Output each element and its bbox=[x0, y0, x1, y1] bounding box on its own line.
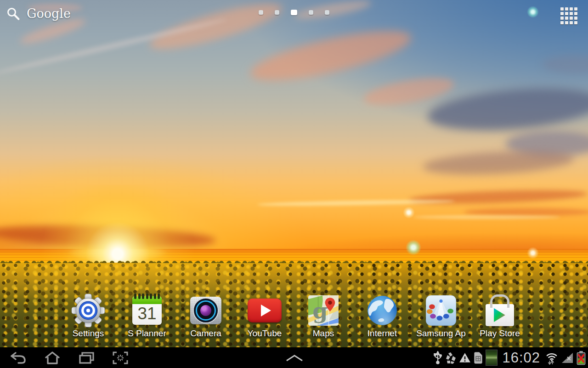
page-indicator[interactable] bbox=[0, 10, 588, 15]
usb-icon bbox=[433, 351, 442, 365]
gear-icon bbox=[71, 293, 105, 328]
play-store-bag-icon bbox=[486, 304, 514, 326]
dock-app-camera[interactable]: Camera bbox=[176, 293, 235, 339]
samsung-apps-icon bbox=[425, 295, 457, 326]
dock-app-settings[interactable]: Settings bbox=[59, 293, 118, 339]
dock-app-youtube[interactable]: YouTube bbox=[235, 293, 294, 339]
home-button[interactable] bbox=[41, 347, 63, 368]
app-label: Maps bbox=[294, 328, 353, 339]
screenshot-icon bbox=[112, 351, 129, 365]
app-label: Camera bbox=[176, 328, 235, 339]
battery-error-icon bbox=[576, 351, 586, 365]
sim-card-icon bbox=[473, 351, 483, 364]
youtube-play-icon bbox=[248, 299, 282, 322]
screenshot-thumbnail[interactable] bbox=[486, 350, 498, 366]
system-navigation-bar: 16:02 bbox=[0, 347, 588, 368]
app-label: Samsung Ap bbox=[412, 328, 470, 339]
camera-icon bbox=[190, 297, 221, 324]
globe-icon bbox=[366, 294, 398, 327]
page-dot-active[interactable] bbox=[291, 10, 297, 15]
mini-apps-tray-button[interactable] bbox=[283, 347, 306, 368]
calendar-icon: 31 bbox=[132, 296, 162, 325]
app-label: YouTube bbox=[235, 328, 294, 339]
no-signal-icon bbox=[561, 352, 574, 364]
cloud bbox=[413, 215, 560, 219]
page-dot[interactable] bbox=[259, 10, 263, 15]
back-icon bbox=[9, 351, 28, 365]
home-icon bbox=[43, 351, 62, 365]
chevron-up-icon bbox=[284, 353, 305, 362]
warning-icon bbox=[459, 352, 471, 364]
screenshot-button[interactable] bbox=[109, 347, 131, 368]
apps-grid-icon[interactable] bbox=[560, 7, 578, 25]
dock-app-samsung-apps[interactable]: Samsung Ap bbox=[412, 293, 470, 339]
dock-app-internet[interactable]: Internet bbox=[353, 293, 412, 339]
recent-apps-icon bbox=[78, 351, 96, 365]
page-dot[interactable] bbox=[275, 10, 279, 15]
recycle-icon bbox=[445, 351, 457, 364]
wifi-icon bbox=[545, 351, 559, 365]
app-label: S Planner bbox=[118, 328, 176, 339]
status-bar-tray[interactable]: 16:02 bbox=[433, 347, 586, 368]
clock: 16:02 bbox=[502, 350, 540, 366]
calendar-day: 31 bbox=[132, 303, 162, 325]
app-label: Play Store bbox=[470, 328, 529, 339]
dock-app-splanner[interactable]: 31 S Planner bbox=[118, 293, 176, 339]
google-maps-icon: g bbox=[308, 295, 339, 326]
app-label: Internet bbox=[353, 328, 412, 339]
dock: Settings 31 S Planner Camera YouTube bbox=[59, 293, 529, 339]
back-button[interactable] bbox=[7, 347, 29, 368]
dock-app-play-store[interactable]: Play Store bbox=[470, 293, 529, 339]
recent-apps-button[interactable] bbox=[76, 347, 98, 368]
app-label: Settings bbox=[59, 328, 118, 339]
dock-app-maps[interactable]: g Maps bbox=[294, 293, 353, 339]
page-dot[interactable] bbox=[325, 10, 329, 15]
page-dot[interactable] bbox=[309, 10, 313, 15]
